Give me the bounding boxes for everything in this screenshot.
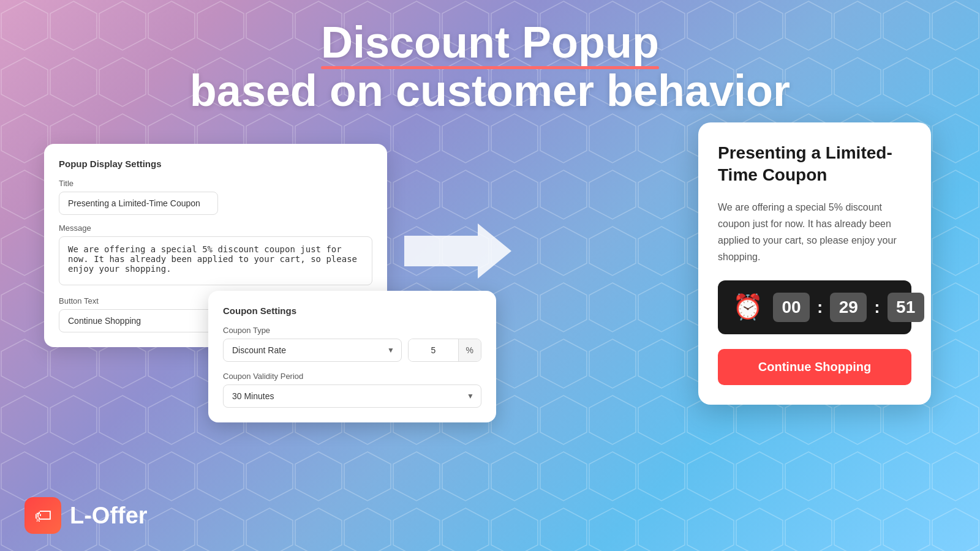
timer-colon-1: : [817, 298, 823, 317]
preview-popup: Presenting a Limited-Time Coupon We are … [698, 122, 931, 405]
validity-select-wrapper: 30 Minutes 1 Hour 2 Hours 1 Day ▼ [223, 384, 481, 408]
logo-icon: 🏷 [24, 497, 61, 534]
header: Discount Popup based on customer behavio… [0, 0, 980, 115]
logo-container: 🏷 L-Offer [24, 497, 148, 534]
logo-icon-symbol: 🏷 [34, 506, 51, 526]
preview-title: Presenting a Limited-Time Coupon [718, 142, 911, 187]
coupon-type-row: Discount Rate Fixed Amount ▼ % [223, 339, 481, 362]
button-text-input[interactable] [59, 309, 218, 332]
alarm-clock-icon: ⏰ [733, 293, 763, 321]
coupon-panel-title: Coupon Settings [223, 305, 481, 316]
validity-select[interactable]: 30 Minutes 1 Hour 2 Hours 1 Day [223, 384, 481, 408]
header-title-underline: Discount Popup [321, 18, 659, 67]
timer-hours: 00 [773, 293, 810, 322]
header-title-line2: based on customer behavior [0, 67, 980, 115]
timer-seconds: 51 [888, 293, 924, 322]
message-label: Message [59, 223, 372, 233]
discount-value-wrapper: % [408, 339, 481, 362]
arrow-container [398, 208, 521, 294]
timer-display: 00 : 29 : 51 [773, 293, 924, 322]
coupon-type-select-wrapper: Discount Rate Fixed Amount ▼ [223, 339, 402, 362]
discount-value-input[interactable] [409, 339, 458, 361]
timer-minutes: 29 [830, 293, 867, 322]
title-label: Title [59, 179, 372, 188]
svg-marker-0 [404, 223, 511, 279]
coupon-type-label: Coupon Type [223, 326, 481, 335]
validity-label: Coupon Validity Period [223, 372, 481, 381]
timer-box: ⏰ 00 : 29 : 51 [718, 280, 911, 334]
header-title-line1: Discount Popup [0, 18, 980, 67]
preview-message: We are offering a special 5% discount co… [718, 199, 911, 266]
discount-unit: % [458, 339, 481, 361]
arrow-icon [404, 220, 514, 282]
timer-colon-2: : [874, 298, 880, 317]
message-textarea[interactable]: We are offering a special 5% discount co… [59, 236, 372, 285]
settings-panel-title: Popup Display Settings [59, 159, 372, 169]
logo-text: L-Offer [70, 503, 148, 529]
coupon-type-select[interactable]: Discount Rate Fixed Amount [223, 339, 402, 362]
continue-shopping-button[interactable]: Continue Shopping [718, 349, 911, 385]
title-input[interactable] [59, 192, 218, 215]
coupon-settings-panel: Coupon Settings Coupon Type Discount Rat… [208, 291, 496, 422]
